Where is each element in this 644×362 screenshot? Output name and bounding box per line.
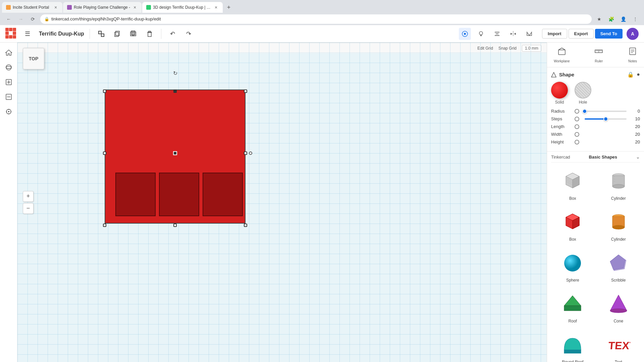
shape-item-cylinder-orange[interactable]: Cylinder [597,206,640,244]
orbit-icon[interactable] [3,61,15,73]
shape-item-roof-green[interactable]: Roof [551,288,594,326]
workplane-tool[interactable]: Workplane [551,45,573,64]
refresh-button[interactable]: ⟳ [28,14,38,24]
new-shape-button[interactable] [95,28,107,40]
zoom-out-button[interactable]: − [23,203,34,214]
steps-slider[interactable] [585,118,627,120]
shape-item-round-roof[interactable]: Round Roof [551,329,594,362]
zoom-out-icon[interactable] [3,91,15,103]
shape-item-sphere-blue[interactable]: Sphere [551,247,594,285]
handle-bl[interactable] [103,224,106,227]
object-container[interactable]: ↻ [105,79,256,244]
red-box[interactable] [105,89,246,224]
flip-icon-button[interactable] [507,28,519,40]
tab-close-rpg[interactable]: × [132,5,138,10]
zoom-fit-icon[interactable] [3,76,15,88]
inspector-icon-button[interactable] [459,28,471,40]
export-button[interactable]: Export [569,29,594,39]
view-cube-face[interactable]: TOP [23,48,44,69]
notes-tool[interactable]: Notes [625,45,640,64]
steps-thumb[interactable] [603,117,608,121]
zoom-in-button[interactable]: + [23,191,34,202]
url-text: tinkercad.com/things/epqlNh3xgQP-terrifi… [51,16,161,21]
svg-point-32 [8,111,9,112]
shape-item-cone-purple[interactable]: Cone [597,288,640,326]
svg-rect-7 [148,33,151,37]
tab-bar: Incite Student Portal × Role Playing Gam… [0,0,644,13]
shape-item-text[interactable]: TEXT Text [597,329,640,362]
shape-item-box-gray[interactable]: Box [551,165,594,203]
panel-tools: Workplane Ruler Notes [547,43,644,67]
rotate-handle[interactable]: ↻ [172,70,178,76]
delete-button[interactable] [144,28,156,40]
tab-rpg[interactable]: Role Playing Game Challenge - × [63,2,142,13]
lightbulb-icon-button[interactable] [475,28,487,40]
handle-top-mid[interactable] [173,89,177,93]
browser-profile-icon[interactable]: 👤 [619,14,628,24]
shape-thumb-cone-purple [605,291,632,317]
sendto-button[interactable]: Send To [595,29,623,39]
hole-option[interactable]: Hole [575,82,591,105]
shape-item-scribble[interactable]: Scribble [597,247,640,285]
view-cube[interactable]: TOP [23,48,44,69]
hole-label: Hole [579,100,587,105]
main-red-shape[interactable]: ↻ [105,79,246,227]
url-bar[interactable]: 🔒 tinkercad.com/things/epqlNh3xgQP-terri… [40,14,592,24]
browser-star-icon[interactable]: ★ [594,14,604,24]
redo-button[interactable]: ↷ [183,28,195,40]
handle-tr[interactable] [244,89,247,93]
user-avatar[interactable]: A [627,28,639,40]
svg-rect-17 [495,35,499,36]
browser-ext-icon[interactable]: 🧩 [606,14,616,24]
handle-mid-left[interactable] [103,152,106,155]
handle-tl[interactable] [103,89,106,93]
radius-slider[interactable] [585,111,627,112]
tab-close-incite[interactable]: × [53,5,58,10]
tools-icon[interactable] [3,106,15,118]
tab-tinkercad[interactable]: 3D design Terrific Duup-Kup | Ti... × [142,2,223,13]
home-icon[interactable] [3,47,15,59]
height-handle[interactable] [249,152,252,155]
svg-point-25 [6,66,11,69]
library-chevron-icon[interactable]: ⌄ [636,154,640,160]
align-icon-button[interactable] [491,28,503,40]
solid-option[interactable]: Solid [551,82,568,105]
mirror-icon-button[interactable] [523,28,535,40]
viewport[interactable]: TOP + − [17,43,547,362]
tab-label-incite: Incite Student Portal [13,5,51,10]
new-tab-button[interactable]: + [223,2,234,13]
shape-name-round-roof: Round Roof [562,360,583,362]
color-picker-icon[interactable]: ● [637,71,640,78]
back-button[interactable]: ← [4,14,13,24]
svg-rect-5 [131,31,135,35]
undo-button[interactable]: ↶ [167,28,179,40]
forward-button[interactable]: → [16,14,25,24]
notes-label: Notes [628,59,637,63]
radius-thumb[interactable] [582,109,587,114]
app-container: ☰ Terrific Duup-Kup ↶ ↷ [0,25,644,362]
copy-all-button[interactable] [111,28,123,40]
duplicate-button[interactable] [127,28,140,40]
hamburger-icon[interactable]: ☰ [21,28,34,40]
shape-item-cylinder-gray[interactable]: Cylinder [597,165,640,203]
ruler-tool[interactable]: Ruler [591,45,606,64]
browser-menu-icon[interactable]: ⋮ [631,14,640,24]
handle-br[interactable] [244,224,247,227]
address-bar: ← → ⟳ 🔒 tinkercad.com/things/epqlNh3xgQP… [0,13,644,25]
tab-label-tinkercad: 3D design Terrific Duup-Kup | Ti... [153,5,211,10]
svg-marker-23 [6,50,12,55]
url-lock-icon: 🔒 [44,17,49,21]
lock-icon[interactable]: 🔒 [627,71,634,78]
tab-favicon-rpg [67,5,72,10]
handle-bot-mid[interactable] [173,224,177,227]
import-button[interactable]: Import [542,29,567,39]
height-row: Height 20 [551,139,640,144]
main-action-buttons: Import Export Send To [542,29,623,39]
shape-panel-icons: 🔒 ● [627,71,640,78]
center-handle[interactable] [173,151,177,155]
tab-close-tinkercad[interactable]: × [213,5,219,10]
tab-incite[interactable]: Incite Student Portal × [2,2,62,13]
shape-item-box-red[interactable]: Box [551,206,594,244]
handle-mid-right[interactable] [244,152,247,155]
svg-point-59 [612,184,625,188]
